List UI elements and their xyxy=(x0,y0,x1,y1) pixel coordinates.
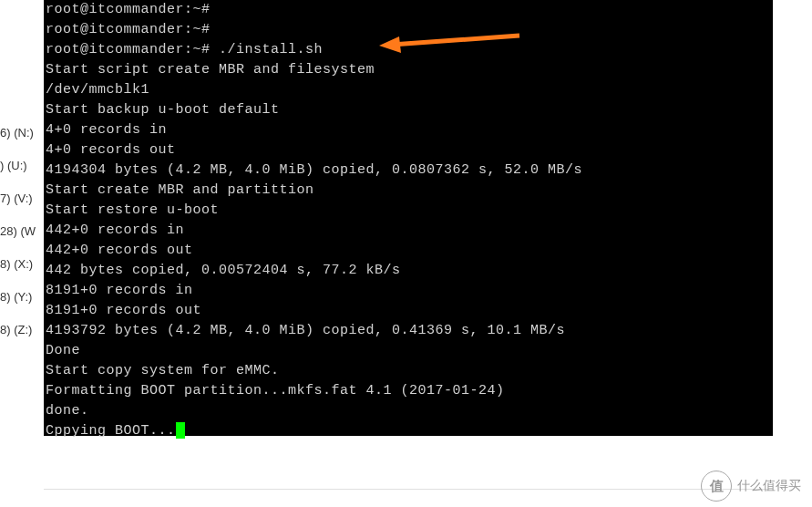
terminal-line: root@itcommander:~# xyxy=(46,20,771,40)
watermark: 值 什么值得买 xyxy=(701,471,801,502)
terminal-cursor xyxy=(176,422,185,439)
watermark-badge-icon: 值 xyxy=(701,471,732,502)
terminal-line: 4+0 records out xyxy=(46,140,771,160)
terminal-line: 442+0 records in xyxy=(46,221,771,241)
terminal-line: Start copy system for eMMC. xyxy=(46,361,771,381)
terminal-window[interactable]: root@itcommander:~# root@itcommander:~# … xyxy=(44,0,773,436)
terminal-line: 4+0 records in xyxy=(46,120,771,140)
sidebar-item-x[interactable]: 8) (X:) xyxy=(0,257,33,271)
terminal-line: root@itcommander:~# xyxy=(46,0,771,20)
terminal-line: root@itcommander:~# ./install.sh xyxy=(46,40,771,60)
terminal-line: /dev/mmcblk1 xyxy=(46,80,771,100)
terminal-line: 8191+0 records in xyxy=(46,281,771,301)
terminal-line: Cppying BOOT... xyxy=(46,421,771,441)
terminal-line: Done xyxy=(46,341,771,361)
divider xyxy=(44,489,773,490)
sidebar-item-u[interactable]: ) (U:) xyxy=(0,159,27,172)
terminal-line: done. xyxy=(46,401,771,421)
sidebar-item-z[interactable]: 8) (Z:) xyxy=(0,323,32,336)
sidebar-item-w[interactable]: 28) (W xyxy=(0,224,36,238)
terminal-line: 442 bytes copied, 0.00572404 s, 77.2 kB/… xyxy=(46,261,771,281)
sidebar-item-v[interactable]: 7) (V:) xyxy=(0,191,33,205)
terminal-line: 4194304 bytes (4.2 MB, 4.0 MiB) copied, … xyxy=(46,160,771,181)
terminal-line: Start backup u-boot default xyxy=(46,100,771,120)
sidebar-item-y[interactable]: 8) (Y:) xyxy=(0,290,32,304)
watermark-text: 什么值得买 xyxy=(737,478,801,494)
terminal-line: 8191+0 records out xyxy=(46,301,771,321)
sidebar-item-n[interactable]: 6) (N:) xyxy=(0,126,34,140)
terminal-line: 442+0 records out xyxy=(46,241,771,261)
terminal-line: Start script create MBR and filesystem xyxy=(46,60,771,80)
terminal-line: Start restore u-boot xyxy=(46,201,771,221)
terminal-line: 4193792 bytes (4.2 MB, 4.0 MiB) copied, … xyxy=(46,321,771,341)
terminal-line: Formatting BOOT partition...mkfs.fat 4.1… xyxy=(46,381,771,401)
terminal-line: Start create MBR and partittion xyxy=(46,181,771,201)
sidebar-drive-list: 6) (N:) ) (U:) 7) (V:) 28) (W 8) (X:) 8)… xyxy=(0,0,44,507)
